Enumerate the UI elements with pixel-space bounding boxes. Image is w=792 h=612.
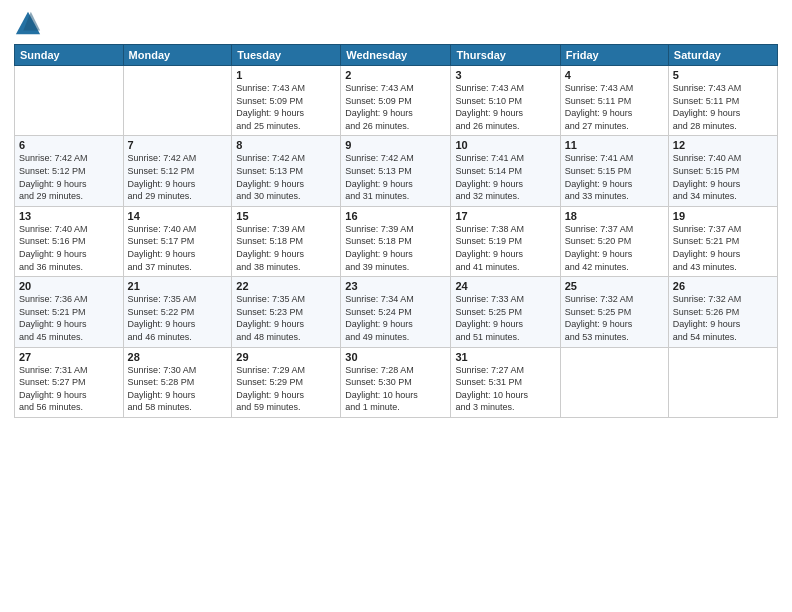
calendar-week-1: 1Sunrise: 7:43 AM Sunset: 5:09 PM Daylig…	[15, 66, 778, 136]
calendar-cell: 18Sunrise: 7:37 AM Sunset: 5:20 PM Dayli…	[560, 206, 668, 276]
page: Sunday Monday Tuesday Wednesday Thursday…	[0, 0, 792, 612]
day-content: Sunrise: 7:40 AM Sunset: 5:16 PM Dayligh…	[19, 223, 119, 273]
day-content: Sunrise: 7:43 AM Sunset: 5:09 PM Dayligh…	[236, 82, 336, 132]
day-number: 23	[345, 280, 446, 292]
day-number: 12	[673, 139, 773, 151]
day-number: 25	[565, 280, 664, 292]
day-number: 13	[19, 210, 119, 222]
day-number: 28	[128, 351, 228, 363]
day-content: Sunrise: 7:43 AM Sunset: 5:10 PM Dayligh…	[455, 82, 555, 132]
calendar-cell: 31Sunrise: 7:27 AM Sunset: 5:31 PM Dayli…	[451, 347, 560, 417]
calendar-week-3: 13Sunrise: 7:40 AM Sunset: 5:16 PM Dayli…	[15, 206, 778, 276]
calendar-cell: 27Sunrise: 7:31 AM Sunset: 5:27 PM Dayli…	[15, 347, 124, 417]
day-number: 29	[236, 351, 336, 363]
header-monday: Monday	[123, 45, 232, 66]
day-content: Sunrise: 7:42 AM Sunset: 5:12 PM Dayligh…	[128, 152, 228, 202]
day-content: Sunrise: 7:38 AM Sunset: 5:19 PM Dayligh…	[455, 223, 555, 273]
calendar-cell: 2Sunrise: 7:43 AM Sunset: 5:09 PM Daylig…	[341, 66, 451, 136]
day-content: Sunrise: 7:35 AM Sunset: 5:22 PM Dayligh…	[128, 293, 228, 343]
calendar-cell: 6Sunrise: 7:42 AM Sunset: 5:12 PM Daylig…	[15, 136, 124, 206]
day-content: Sunrise: 7:33 AM Sunset: 5:25 PM Dayligh…	[455, 293, 555, 343]
header-thursday: Thursday	[451, 45, 560, 66]
day-content: Sunrise: 7:40 AM Sunset: 5:15 PM Dayligh…	[673, 152, 773, 202]
calendar-cell: 16Sunrise: 7:39 AM Sunset: 5:18 PM Dayli…	[341, 206, 451, 276]
day-content: Sunrise: 7:37 AM Sunset: 5:20 PM Dayligh…	[565, 223, 664, 273]
header-sunday: Sunday	[15, 45, 124, 66]
header-wednesday: Wednesday	[341, 45, 451, 66]
day-number: 8	[236, 139, 336, 151]
day-content: Sunrise: 7:29 AM Sunset: 5:29 PM Dayligh…	[236, 364, 336, 414]
day-number: 20	[19, 280, 119, 292]
day-number: 15	[236, 210, 336, 222]
day-content: Sunrise: 7:42 AM Sunset: 5:13 PM Dayligh…	[345, 152, 446, 202]
day-content: Sunrise: 7:39 AM Sunset: 5:18 PM Dayligh…	[236, 223, 336, 273]
calendar-cell: 23Sunrise: 7:34 AM Sunset: 5:24 PM Dayli…	[341, 277, 451, 347]
day-number: 10	[455, 139, 555, 151]
calendar-cell: 22Sunrise: 7:35 AM Sunset: 5:23 PM Dayli…	[232, 277, 341, 347]
day-number: 11	[565, 139, 664, 151]
day-number: 6	[19, 139, 119, 151]
calendar-cell: 12Sunrise: 7:40 AM Sunset: 5:15 PM Dayli…	[668, 136, 777, 206]
day-content: Sunrise: 7:41 AM Sunset: 5:14 PM Dayligh…	[455, 152, 555, 202]
day-number: 4	[565, 69, 664, 81]
day-number: 18	[565, 210, 664, 222]
calendar-week-2: 6Sunrise: 7:42 AM Sunset: 5:12 PM Daylig…	[15, 136, 778, 206]
calendar-cell: 15Sunrise: 7:39 AM Sunset: 5:18 PM Dayli…	[232, 206, 341, 276]
calendar-cell: 26Sunrise: 7:32 AM Sunset: 5:26 PM Dayli…	[668, 277, 777, 347]
day-content: Sunrise: 7:41 AM Sunset: 5:15 PM Dayligh…	[565, 152, 664, 202]
calendar-week-4: 20Sunrise: 7:36 AM Sunset: 5:21 PM Dayli…	[15, 277, 778, 347]
day-content: Sunrise: 7:27 AM Sunset: 5:31 PM Dayligh…	[455, 364, 555, 414]
calendar-cell: 24Sunrise: 7:33 AM Sunset: 5:25 PM Dayli…	[451, 277, 560, 347]
day-number: 3	[455, 69, 555, 81]
day-number: 30	[345, 351, 446, 363]
day-number: 22	[236, 280, 336, 292]
calendar-cell: 1Sunrise: 7:43 AM Sunset: 5:09 PM Daylig…	[232, 66, 341, 136]
calendar-cell: 5Sunrise: 7:43 AM Sunset: 5:11 PM Daylig…	[668, 66, 777, 136]
day-content: Sunrise: 7:35 AM Sunset: 5:23 PM Dayligh…	[236, 293, 336, 343]
logo	[14, 10, 46, 38]
day-number: 2	[345, 69, 446, 81]
calendar-cell: 29Sunrise: 7:29 AM Sunset: 5:29 PM Dayli…	[232, 347, 341, 417]
day-content: Sunrise: 7:30 AM Sunset: 5:28 PM Dayligh…	[128, 364, 228, 414]
calendar-cell: 9Sunrise: 7:42 AM Sunset: 5:13 PM Daylig…	[341, 136, 451, 206]
calendar-cell: 21Sunrise: 7:35 AM Sunset: 5:22 PM Dayli…	[123, 277, 232, 347]
day-content: Sunrise: 7:43 AM Sunset: 5:09 PM Dayligh…	[345, 82, 446, 132]
day-number: 16	[345, 210, 446, 222]
calendar-cell: 7Sunrise: 7:42 AM Sunset: 5:12 PM Daylig…	[123, 136, 232, 206]
day-number: 1	[236, 69, 336, 81]
calendar-week-5: 27Sunrise: 7:31 AM Sunset: 5:27 PM Dayli…	[15, 347, 778, 417]
calendar-cell: 10Sunrise: 7:41 AM Sunset: 5:14 PM Dayli…	[451, 136, 560, 206]
day-number: 26	[673, 280, 773, 292]
day-number: 17	[455, 210, 555, 222]
day-content: Sunrise: 7:42 AM Sunset: 5:13 PM Dayligh…	[236, 152, 336, 202]
day-content: Sunrise: 7:40 AM Sunset: 5:17 PM Dayligh…	[128, 223, 228, 273]
calendar-cell: 14Sunrise: 7:40 AM Sunset: 5:17 PM Dayli…	[123, 206, 232, 276]
logo-icon	[14, 10, 42, 38]
header-friday: Friday	[560, 45, 668, 66]
day-content: Sunrise: 7:31 AM Sunset: 5:27 PM Dayligh…	[19, 364, 119, 414]
calendar-cell: 11Sunrise: 7:41 AM Sunset: 5:15 PM Dayli…	[560, 136, 668, 206]
day-number: 7	[128, 139, 228, 151]
day-content: Sunrise: 7:39 AM Sunset: 5:18 PM Dayligh…	[345, 223, 446, 273]
header-saturday: Saturday	[668, 45, 777, 66]
day-number: 27	[19, 351, 119, 363]
calendar-cell	[15, 66, 124, 136]
calendar-cell: 13Sunrise: 7:40 AM Sunset: 5:16 PM Dayli…	[15, 206, 124, 276]
calendar-cell: 28Sunrise: 7:30 AM Sunset: 5:28 PM Dayli…	[123, 347, 232, 417]
day-number: 19	[673, 210, 773, 222]
calendar-cell	[560, 347, 668, 417]
day-content: Sunrise: 7:43 AM Sunset: 5:11 PM Dayligh…	[673, 82, 773, 132]
day-number: 31	[455, 351, 555, 363]
day-content: Sunrise: 7:32 AM Sunset: 5:26 PM Dayligh…	[673, 293, 773, 343]
calendar-table: Sunday Monday Tuesday Wednesday Thursday…	[14, 44, 778, 418]
calendar-cell: 30Sunrise: 7:28 AM Sunset: 5:30 PM Dayli…	[341, 347, 451, 417]
calendar-cell: 3Sunrise: 7:43 AM Sunset: 5:10 PM Daylig…	[451, 66, 560, 136]
day-content: Sunrise: 7:37 AM Sunset: 5:21 PM Dayligh…	[673, 223, 773, 273]
calendar-header-row: Sunday Monday Tuesday Wednesday Thursday…	[15, 45, 778, 66]
calendar-cell	[123, 66, 232, 136]
header-tuesday: Tuesday	[232, 45, 341, 66]
day-content: Sunrise: 7:43 AM Sunset: 5:11 PM Dayligh…	[565, 82, 664, 132]
calendar-cell: 20Sunrise: 7:36 AM Sunset: 5:21 PM Dayli…	[15, 277, 124, 347]
day-number: 21	[128, 280, 228, 292]
header	[14, 10, 778, 38]
